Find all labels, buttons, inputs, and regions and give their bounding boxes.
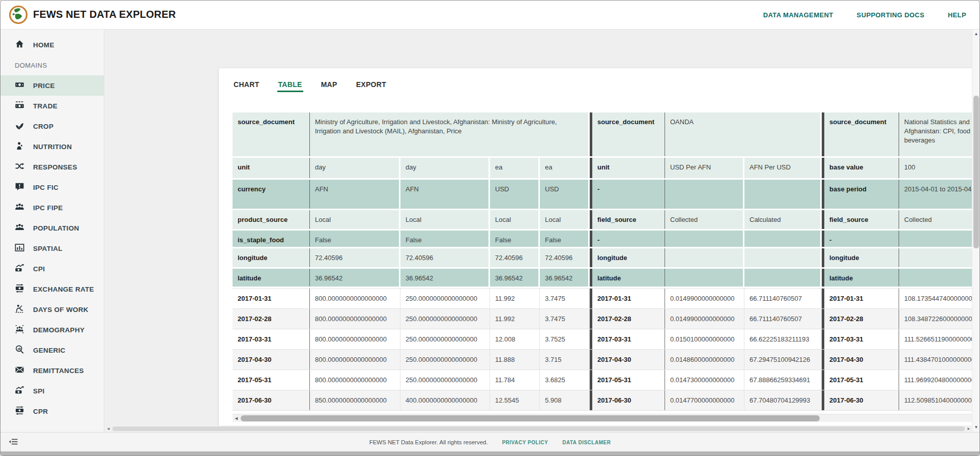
table-cell: 111.4384701000000000 <box>899 350 980 369</box>
table-cell: National Statistics and Information Auth… <box>899 112 980 156</box>
sidebar-section-label: DOMAINS <box>1 55 104 75</box>
row-label-cell: source_document <box>233 112 310 156</box>
tab-table[interactable]: TABLE <box>277 80 303 99</box>
app-window: FEWS NET DATA EXPLORER DATA MANAGEMENTSU… <box>0 0 980 456</box>
date-cell: 2017-05-31 <box>822 370 899 390</box>
table-cell: 36.96542 <box>540 269 590 287</box>
table-cell: 250.0000000000000000 <box>400 329 490 349</box>
sidebar-item-spatial[interactable]: SPATIAL <box>1 238 104 259</box>
tab-export[interactable]: EXPORT <box>355 80 387 99</box>
footer-links: PRIVACY POLICYDATA DISCLAMER <box>502 440 611 445</box>
banknote-icon <box>15 80 24 90</box>
table-cell: 36.96542 <box>490 269 540 287</box>
table-data-row: 2017-03-31800.0000000000000000250.000000… <box>233 329 980 349</box>
sidebar-item-population[interactable]: POPULATION <box>1 218 104 238</box>
scroll-left-icon[interactable]: ◄ <box>234 416 239 421</box>
table-data-row: 2017-01-31800.0000000000000000250.000000… <box>233 288 980 308</box>
speech-exclamation-icon <box>15 182 24 191</box>
banknote-dashes-icon <box>15 100 24 110</box>
page-vscroll-thumb[interactable] <box>973 96 979 248</box>
data-disclamer-link[interactable]: DATA DISCLAMER <box>562 440 611 445</box>
scroll-up-icon[interactable]: ▲ <box>972 32 980 37</box>
sidebar-item-exchange-rate[interactable]: EXCHANGE RATE <box>1 279 104 299</box>
sidebar-item-label: RESPONSES <box>33 163 77 171</box>
sidebar-item-demography[interactable]: DEMOGRAPHY <box>1 320 104 340</box>
sidebar-item-label: SPATIAL <box>33 245 63 252</box>
privacy-policy-link[interactable]: PRIVACY POLICY <box>502 440 549 445</box>
sidebar-item-remittances[interactable]: REMITTANCES <box>1 360 104 381</box>
table-hscroll-thumb[interactable] <box>241 415 820 421</box>
main-hscroll-thumb[interactable] <box>112 426 965 431</box>
sidebar-item-generic[interactable]: GENERIC <box>1 340 104 360</box>
table-cell <box>665 180 744 209</box>
people-icon <box>15 222 24 232</box>
sidebar-item-days-of-work[interactable]: DAYS OF WORK <box>1 299 104 320</box>
date-cell: 2017-02-28 <box>233 309 310 329</box>
table-cell: 800.0000000000000000 <box>310 329 400 349</box>
sidebar-item-nutrition[interactable]: NUTRITION <box>1 136 104 157</box>
sidebar-item-label: POPULATION <box>33 224 79 232</box>
tab-chart[interactable]: CHART <box>233 80 261 99</box>
header-link-supporting-docs[interactable]: SUPPORTING DOCS <box>857 11 925 19</box>
scroll-down-icon[interactable]: ▼ <box>972 425 980 430</box>
person-dot-icon <box>15 141 24 151</box>
table-cell: 72.40596 <box>490 248 540 267</box>
main-horizontal-scrollbar[interactable]: ◄ ► <box>104 425 973 432</box>
date-cell: 2017-05-31 <box>233 370 310 390</box>
table-cell: 0.0149900000000000 <box>665 289 744 308</box>
table-cell: 11.992 <box>490 289 540 308</box>
date-cell: 2017-06-30 <box>233 390 310 410</box>
table-cell: 11.784 <box>490 370 540 390</box>
table-cell: 800.0000000000000000 <box>310 309 400 329</box>
table-data-row: 2017-05-31800.0000000000000000250.000000… <box>233 369 980 390</box>
sidebar-item-ipc-fic[interactable]: IPC FIC <box>1 177 104 197</box>
table-meta-row: currencyAFNAFNUSDUSD-base period2015-04-… <box>233 180 980 210</box>
table-cell: 72.40596 <box>310 248 400 267</box>
sidebar-item-label: NUTRITION <box>33 143 72 151</box>
people-icon <box>15 202 24 212</box>
date-cell: 2017-06-30 <box>590 390 665 410</box>
table-cell <box>899 248 980 267</box>
sidebar-item-cpi[interactable]: CPI <box>1 259 104 279</box>
sidebar-item-spi[interactable]: SPI <box>1 381 104 401</box>
table-cell <box>744 180 822 209</box>
date-cell: 2017-03-31 <box>590 329 665 349</box>
row-label-cell: latitude <box>590 269 665 287</box>
sidebar-nav: HOMEDOMAINSPRICETRADECROPNUTRITIONRESPON… <box>1 30 104 432</box>
sidebar-item-ipc-fipe[interactable]: IPC FIPE <box>1 197 104 218</box>
fews-net-globe-logo-icon <box>8 5 28 25</box>
table-horizontal-scrollbar[interactable]: ◄ ► <box>233 414 980 422</box>
table-cell: day <box>310 158 400 178</box>
table-cell: Local <box>540 210 590 229</box>
sidebar-item-crop[interactable]: CROP <box>1 116 104 136</box>
table-cell: 3.7525 <box>540 329 590 349</box>
row-label-cell: unit <box>590 158 665 178</box>
table-cell: 250.0000000000000000 <box>400 350 490 369</box>
table-cell: False <box>310 231 400 247</box>
table-cell: USD Per AFN <box>665 158 744 178</box>
tab-map[interactable]: MAP <box>320 80 338 99</box>
table-cell <box>665 231 744 247</box>
sidebar-item-price[interactable]: PRICE <box>1 75 104 96</box>
sidebar-item-home[interactable]: HOME <box>1 35 104 55</box>
table-data-row: 2017-04-30800.0000000000000000250.000000… <box>233 349 980 369</box>
header-link-data-management[interactable]: DATA MANAGEMENT <box>763 11 833 19</box>
header-link-help[interactable]: HELP <box>948 11 966 19</box>
sidebar-item-cpr[interactable]: CPR <box>1 401 104 421</box>
table-cell: AFN <box>400 180 490 209</box>
table-meta-row: latitude36.9654236.9654236.9654236.96542… <box>233 269 980 288</box>
date-cell: 2017-03-31 <box>233 329 310 349</box>
sidebar-item-trade[interactable]: TRADE <box>1 96 104 116</box>
scroll-left-icon[interactable]: ◄ <box>106 426 110 431</box>
table-cell: False <box>540 231 590 247</box>
table-cell <box>899 231 980 247</box>
sidebar-item-responses[interactable]: RESPONSES <box>1 157 104 177</box>
table-cell: Calculated <box>744 210 822 229</box>
page-vertical-scrollbar[interactable]: ▲ ▼ <box>972 30 979 432</box>
table-cell: 0.0149900000000000 <box>665 309 744 329</box>
table-cell: 3.7475 <box>540 309 590 329</box>
table-cell: 67.70480704129993 <box>744 390 822 410</box>
sidebar-item-label: IPC FIPE <box>33 204 63 212</box>
table-cell: ea <box>490 158 540 178</box>
scroll-right-icon[interactable]: ► <box>967 426 971 431</box>
